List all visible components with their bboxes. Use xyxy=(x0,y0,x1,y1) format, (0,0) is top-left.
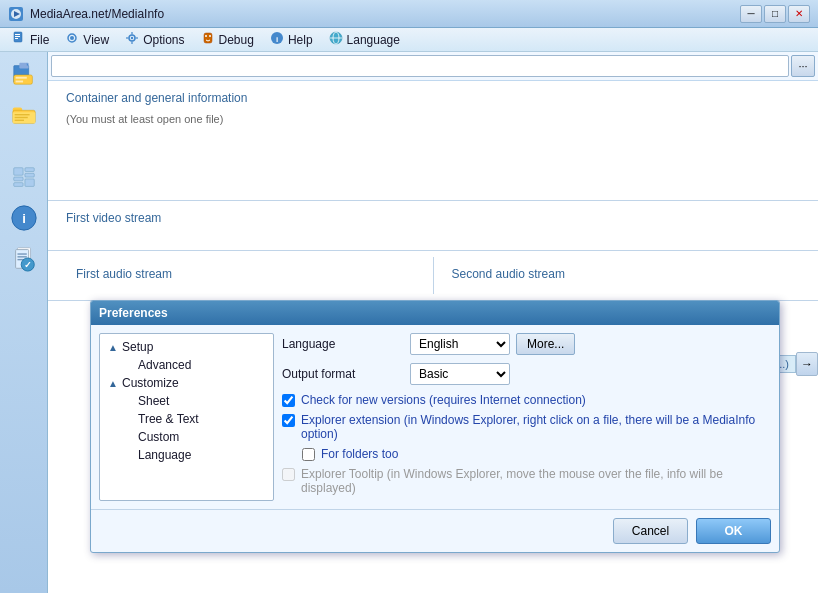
language-label: Language xyxy=(282,337,402,351)
output-format-row: Output format Basic xyxy=(282,363,771,385)
tree-item-sheet[interactable]: Sheet xyxy=(104,392,269,410)
output-format-label: Output format xyxy=(282,367,402,381)
more-button[interactable]: More... xyxy=(516,333,575,355)
menu-options[interactable]: Options xyxy=(117,29,192,50)
menu-language[interactable]: Language xyxy=(321,29,408,50)
audio-panel-2: Second audio stream xyxy=(434,257,809,294)
language-select[interactable]: English xyxy=(410,333,510,355)
menu-file[interactable]: File xyxy=(4,29,57,50)
tree-label-customize: Customize xyxy=(122,376,179,390)
toolbar: ··· xyxy=(48,52,818,81)
explorer-ext-row: Explorer extension (in Windows Explorer,… xyxy=(282,413,771,441)
view-menu-label: View xyxy=(83,33,109,47)
svg-rect-27 xyxy=(15,77,26,79)
menu-view[interactable]: View xyxy=(57,29,117,50)
preferences-dialog: Preferences ▲ Setup Advanced ▲ Customiz xyxy=(90,300,780,553)
folders-too-row: For folders too xyxy=(302,447,771,461)
svg-point-17 xyxy=(209,35,211,37)
folders-too-label[interactable]: For folders too xyxy=(321,447,398,461)
tree-expand-customize: ▲ xyxy=(108,378,120,389)
svg-rect-35 xyxy=(13,168,22,175)
check-versions-row: Check for new versions (requires Interne… xyxy=(282,393,771,407)
right-arrow-btn[interactable]: → xyxy=(796,352,818,376)
tree-item-customize[interactable]: ▲ Customize xyxy=(104,374,269,392)
check-versions-checkbox[interactable] xyxy=(282,394,295,407)
video-panel: First video stream xyxy=(48,201,818,251)
output-format-control: Basic xyxy=(410,363,510,385)
debug-menu-label: Debug xyxy=(219,33,254,47)
menu-help[interactable]: i Help xyxy=(262,29,321,50)
svg-point-16 xyxy=(205,35,207,37)
svg-text:i: i xyxy=(22,211,26,226)
explorer-tooltip-row: Explorer Tooltip (in Windows Explorer, m… xyxy=(282,467,771,495)
svg-text:✓: ✓ xyxy=(23,260,31,270)
svg-rect-36 xyxy=(13,177,22,181)
folders-too-checkbox[interactable] xyxy=(302,448,315,461)
title-bar: MediaArea.net/MediaInfo ─ □ ✕ xyxy=(0,0,818,28)
svg-rect-32 xyxy=(14,114,29,115)
menu-bar: File View Options xyxy=(0,28,818,52)
app-icon xyxy=(8,6,24,22)
sidebar-open-file[interactable] xyxy=(6,56,42,92)
tree-label-language: Language xyxy=(138,448,191,462)
sidebar-open-folder[interactable] xyxy=(6,96,42,132)
explorer-ext-checkbox[interactable] xyxy=(282,414,295,427)
tree-item-custom[interactable]: Custom xyxy=(104,428,269,446)
cancel-button[interactable]: Cancel xyxy=(613,518,688,544)
ok-button[interactable]: OK xyxy=(696,518,771,544)
language-menu-label: Language xyxy=(347,33,400,47)
file-menu-icon xyxy=(12,31,26,48)
audio-panels: First audio stream Second audio stream xyxy=(48,251,818,301)
help-menu-label: Help xyxy=(288,33,313,47)
menu-debug[interactable]: Debug xyxy=(193,29,262,50)
file-menu-label: File xyxy=(30,33,49,47)
svg-rect-5 xyxy=(15,36,20,37)
toolbar-more-btn[interactable]: ··· xyxy=(791,55,815,77)
container-panel: Container and general information (You m… xyxy=(48,81,818,201)
svg-point-8 xyxy=(70,36,74,40)
explorer-tooltip-checkbox[interactable] xyxy=(282,468,295,481)
view-menu-icon xyxy=(65,31,79,48)
options-menu-icon xyxy=(125,31,139,48)
svg-rect-26 xyxy=(13,75,32,84)
main-area: i ✓ ··· C xyxy=(0,52,818,593)
tree-item-setup[interactable]: ▲ Setup xyxy=(104,338,269,356)
svg-rect-37 xyxy=(13,183,22,187)
sidebar-info[interactable]: i xyxy=(6,200,42,236)
svg-rect-34 xyxy=(14,120,23,121)
format-dropdown[interactable] xyxy=(51,55,789,77)
tree-label-tree-text: Tree & Text xyxy=(138,412,199,426)
window-title: MediaArea.net/MediaInfo xyxy=(30,7,164,21)
video-header: First video stream xyxy=(58,207,808,229)
container-subtext: (You must at least open one file) xyxy=(58,109,808,129)
dialog-tree: ▲ Setup Advanced ▲ Customize Sheet xyxy=(99,333,274,501)
dialog-footer: Cancel OK xyxy=(91,509,779,552)
language-row: Language English More... xyxy=(282,333,771,355)
sidebar-settings[interactable] xyxy=(6,160,42,196)
svg-rect-39 xyxy=(24,173,33,177)
svg-rect-46 xyxy=(17,256,26,257)
options-menu-label: Options xyxy=(143,33,184,47)
explorer-ext-label[interactable]: Explorer extension (in Windows Explorer,… xyxy=(301,413,771,441)
svg-rect-6 xyxy=(15,38,18,39)
dialog-body: ▲ Setup Advanced ▲ Customize Sheet xyxy=(91,325,779,509)
sidebar-clipboard[interactable]: ✓ xyxy=(6,240,42,276)
content-area: ··· Container and general information (Y… xyxy=(48,52,818,593)
audio-panel-1: First audio stream xyxy=(58,257,434,294)
check-versions-label[interactable]: Check for new versions (requires Interne… xyxy=(301,393,586,407)
svg-rect-33 xyxy=(14,117,27,118)
svg-rect-45 xyxy=(17,253,26,254)
tree-label-custom: Custom xyxy=(138,430,179,444)
tree-item-tree-text[interactable]: Tree & Text xyxy=(104,410,269,428)
svg-rect-40 xyxy=(24,179,33,186)
explorer-tooltip-label[interactable]: Explorer Tooltip (in Windows Explorer, m… xyxy=(301,467,771,495)
audio-1-header: First audio stream xyxy=(68,263,423,285)
maximize-button[interactable]: □ xyxy=(764,5,786,23)
audio-2-header: Second audio stream xyxy=(444,263,799,285)
tree-item-advanced[interactable]: Advanced xyxy=(104,356,269,374)
dialog-title-bar: Preferences xyxy=(91,301,779,325)
minimize-button[interactable]: ─ xyxy=(740,5,762,23)
output-format-select[interactable]: Basic xyxy=(410,363,510,385)
tree-item-language[interactable]: Language xyxy=(104,446,269,464)
close-button[interactable]: ✕ xyxy=(788,5,810,23)
